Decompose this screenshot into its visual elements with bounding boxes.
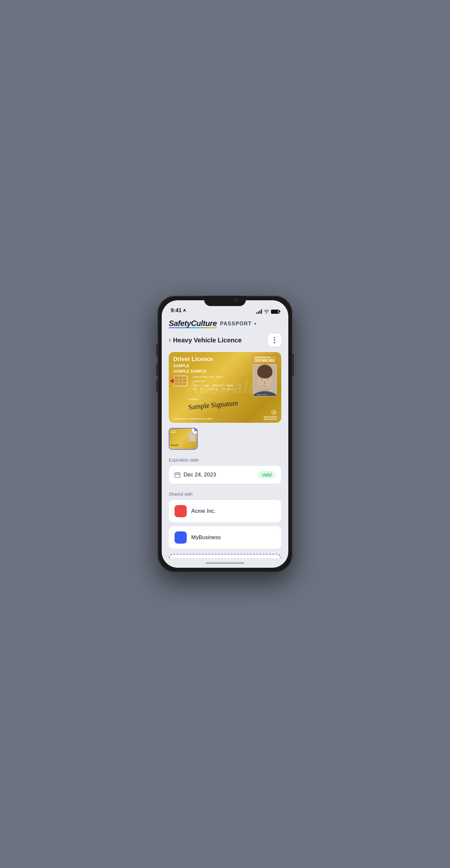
app-scroll-content[interactable]: SafetyCulture PASSPORT ▾ ‹ Heavy Vehicle… (162, 316, 288, 558)
signal-icon (256, 309, 262, 314)
expiry-label: Expiry (226, 383, 233, 388)
thumbnail-row: Licence SAMPLE Sample (169, 428, 281, 450)
battery-icon (271, 310, 279, 314)
qld-crest-icon: ✦ (271, 409, 277, 415)
svg-point-8 (261, 379, 263, 380)
signature-area: Conditions Sample Signature (188, 398, 249, 409)
licence-content: Driver Licence SAMPLE SAMPLE SAMPLE LICE… (169, 352, 281, 423)
app-header: SafetyCulture PASSPORT ▾ (169, 316, 281, 333)
expiry-date: Dec 24, 2023 (184, 472, 216, 478)
thumb-signature: Sample (171, 444, 179, 446)
time-display: 9:41 (171, 307, 182, 314)
expiry-card: Dec 24, 2023 Valid (169, 466, 281, 484)
expiry-section-label: Expiration date (169, 458, 281, 463)
svg-point-10 (257, 379, 260, 383)
class-label: Class (193, 383, 199, 388)
phone-screen: 9:41 (162, 300, 288, 568)
org-avatar-0 (174, 505, 187, 517)
licence-footer-left: Queensland, Australia Drive safely (173, 417, 213, 420)
dob-value: 16 May 1993 (199, 375, 214, 378)
dob-label: DOB (193, 375, 198, 378)
calendar-icon (174, 472, 180, 478)
expiry-section: Expiration date Dec 24, 2023 Valid (169, 458, 281, 484)
svg-point-9 (267, 379, 268, 380)
home-bar (206, 562, 244, 564)
svg-rect-18 (175, 473, 180, 477)
wifi-icon (264, 310, 269, 313)
org-name-0: Acme Inc. (191, 508, 216, 515)
back-arrow-icon: ‹ (169, 336, 171, 344)
sex-label: Sex (216, 375, 221, 378)
effective-label: Effective (213, 383, 222, 388)
licence-footer-right: ✦ Queensland Government (264, 409, 277, 420)
chip-lines (175, 377, 186, 385)
home-indicator (162, 558, 288, 568)
conditions-label: Conditions (188, 398, 249, 400)
class-value: CA (193, 388, 196, 392)
thumb-photo (189, 432, 196, 441)
expiry-value: 31.10.14 (223, 388, 233, 392)
more-options-button[interactable] (268, 333, 281, 347)
status-icons (256, 309, 279, 314)
svg-text:✦: ✦ (273, 411, 275, 414)
svg-point-11 (270, 379, 273, 383)
valid-status-badge: Valid (258, 471, 276, 479)
licence-card: Australia Driver Licence SAMPLE SAMPLE S… (169, 352, 281, 423)
org-avatar-1 (174, 531, 187, 544)
front-camera (234, 298, 237, 302)
licence-no-label: LICENCE NO. (255, 356, 275, 359)
face-svg: SIMULATED (253, 365, 277, 396)
svg-point-5 (257, 367, 272, 378)
effective-value: 26.11.12 (208, 388, 219, 392)
close-icon (194, 428, 198, 432)
height-value: 163 (201, 380, 205, 382)
more-dots-icon (274, 337, 275, 343)
licence-photo: SIMULATED (253, 364, 277, 396)
back-button[interactable]: ‹ Heavy Vehicle Licence (169, 336, 242, 344)
shared-with-label: Shared with (169, 492, 281, 497)
passport-dropdown-arrow[interactable]: ▾ (254, 321, 256, 326)
type-value: P2 (201, 388, 204, 392)
shared-with-section: Shared with Acme Inc. MyBusiness Share w… (169, 492, 281, 558)
org-name-1: MyBusiness (191, 534, 221, 541)
sex-value: F (222, 375, 223, 378)
svg-point-0 (266, 313, 267, 314)
status-time: 9:41 (171, 307, 186, 314)
licence-details: DOB 16 May 1993 Sex F Height 163 Class T… (193, 375, 233, 392)
passport-label: PASSPORT (220, 321, 252, 327)
location-arrow-icon (183, 309, 186, 312)
page-title: Heavy Vehicle Licence (173, 337, 242, 344)
phone-device: 9:41 (158, 296, 292, 572)
org-card-0[interactable]: Acme Inc. (169, 500, 281, 522)
nav-bar: ‹ Heavy Vehicle Licence (169, 333, 281, 347)
signature-text: Sample Signature (188, 399, 238, 411)
qld-govt-line1: Queensland (264, 416, 277, 418)
thumbnail-item-0[interactable]: Licence SAMPLE Sample (169, 428, 198, 450)
org-card-1[interactable]: MyBusiness (169, 526, 281, 549)
height-label: Height (193, 380, 200, 382)
share-with-org-button[interactable]: Share with another organization (169, 554, 281, 558)
qld-govt-line2: Government (264, 418, 277, 420)
logo-text: SafetyCulture (169, 319, 217, 328)
licence-number-badge: LICENCE NO. 103 805 501 (253, 355, 277, 363)
licence-no-value: 103 805 501 (255, 359, 275, 362)
svg-text:SIMULATED: SIMULATED (257, 394, 267, 396)
expiry-left: Dec 24, 2023 (174, 472, 216, 478)
chip-icon (173, 375, 188, 387)
phone-notch (204, 296, 246, 306)
type-label: Type (203, 383, 208, 388)
logo-container: SafetyCulture (169, 319, 217, 328)
